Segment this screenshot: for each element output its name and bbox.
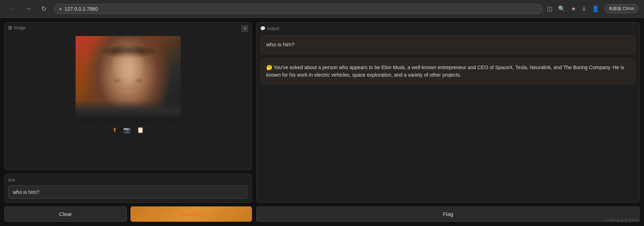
action-buttons: Clear Submit xyxy=(4,206,252,222)
flag-button[interactable]: Flag xyxy=(256,206,640,222)
back-button[interactable]: ← xyxy=(6,4,18,14)
watermark: CSDN @有意思科技 xyxy=(604,218,640,223)
lock-icon: ● xyxy=(59,6,62,11)
image-toolbar: ⬆ 📷 📋 xyxy=(8,124,248,135)
bookmark-icon[interactable]: ★ xyxy=(571,5,576,12)
download-icon[interactable]: ⇓ xyxy=(582,5,586,12)
answer-bubble: 🤔 You've asked about a person who appear… xyxy=(260,58,636,84)
image-label: 🖼 image xyxy=(8,25,26,30)
image-display xyxy=(8,36,248,122)
refresh-button[interactable]: ↻ xyxy=(38,4,50,14)
left-panel: 🖼 image ✕ ⬆ 📷 📋 text Clear xyxy=(4,22,252,222)
url-text: 127.0.0.1:7860 xyxy=(65,6,98,12)
profile-icon[interactable]: 👤 xyxy=(592,5,599,12)
question-bubble: who is him? xyxy=(260,35,636,54)
close-button[interactable]: ✕ xyxy=(242,25,248,32)
output-label: 💬 output xyxy=(260,26,636,31)
answer-text: 🤔 You've asked about a person who appear… xyxy=(266,65,624,78)
browser-chrome: ← → ↻ ● 127.0.0.1:7860 ◫ 🔍 ★ ⇓ 👤 有新版 Chr… xyxy=(0,0,644,18)
forward-button[interactable]: → xyxy=(22,4,34,14)
upload-icon[interactable]: ⬆ xyxy=(112,127,117,133)
text-label: text xyxy=(8,178,248,183)
address-bar[interactable]: ● 127.0.0.1:7860 xyxy=(54,4,543,14)
browser-actions: ◫ 🔍 ★ ⇓ 👤 有新版 Chron xyxy=(547,4,638,13)
image-icon: 🖼 xyxy=(8,26,12,30)
output-section: 💬 output who is him? 🤔 You've asked abou… xyxy=(256,22,640,203)
image-section: 🖼 image ✕ ⬆ 📷 📋 xyxy=(4,22,252,170)
question-text: who is him? xyxy=(266,41,294,47)
translate-icon[interactable]: ◫ xyxy=(547,5,552,12)
right-panel: 💬 output who is him? 🤔 You've asked abou… xyxy=(256,22,640,222)
zoom-icon[interactable]: 🔍 xyxy=(558,5,565,12)
update-badge[interactable]: 有新版 Chron xyxy=(605,4,638,13)
clear-button[interactable]: Clear xyxy=(4,206,127,222)
text-input[interactable] xyxy=(8,185,248,199)
clipboard-icon[interactable]: 📋 xyxy=(137,127,144,133)
camera-icon[interactable]: 📷 xyxy=(123,127,130,133)
submit-button[interactable]: Submit xyxy=(130,206,252,222)
text-section: text xyxy=(4,174,252,203)
main-content: 🖼 image ✕ ⬆ 📷 📋 text Clear xyxy=(0,18,644,226)
uploaded-image xyxy=(76,36,181,122)
output-icon: 💬 xyxy=(260,26,266,31)
